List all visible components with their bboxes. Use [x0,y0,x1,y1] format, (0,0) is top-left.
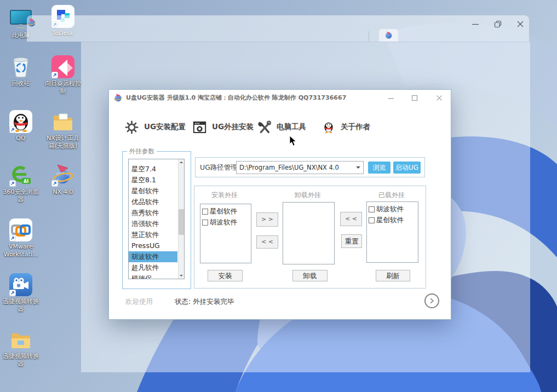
plugin-list-item[interactable]: PressUG [129,240,177,251]
mouse-cursor [289,135,297,147]
desktop-icon-vmware[interactable]: VMware Workstati... [0,218,42,259]
toolbar-ug-config[interactable]: UG安装配置 [124,116,186,138]
refresh-button[interactable]: 刷新 [376,270,410,281]
svg-text:AI: AI [24,179,28,184]
desktop-icon-label: VMware Workstati... [0,243,42,259]
welcome-text: 欢迎使用 [125,297,153,307]
status-value: 外挂安装完毕 [193,297,234,305]
loaded-move-left-button[interactable]: < < [340,212,362,226]
toolbar-about-author[interactable]: 关于作者 [321,116,370,138]
install-panel-title: 安装外挂 [211,191,238,200]
checkbox-icon[interactable] [202,209,208,215]
reset-button[interactable]: 重置 [341,234,362,248]
app-swirl-icon [113,93,123,102]
vmware-icon [9,218,33,242]
desktop-icon-label: QQ [0,135,42,142]
install-list[interactable]: 星创软件胡波软件 [200,204,251,263]
close-icon[interactable] [434,93,444,103]
ug-path-value: D:\Program_Files\UG_NX\NX 4.0 [239,164,339,171]
checkbox-label: 星创软件 [210,207,237,216]
maximize-icon[interactable] [410,93,420,103]
desktop-icon-sunflower-remote[interactable]: 向日葵远程控 制 [42,55,84,96]
desktop-icon-360-browser[interactable]: AI 360安全浏览 器 [0,163,42,204]
scrollbar[interactable] [178,159,184,279]
tools-icon [257,120,272,135]
chevron-down-icon[interactable] [356,166,360,171]
loaded-list[interactable]: 胡波软件星创软件 [366,201,418,263]
checkbox-label: 星创软件 [376,216,404,225]
toolbar-pc-tools[interactable]: 电脑工具 [257,116,306,138]
titlebar[interactable]: U盘UG安装器 升级版1.0 淘宝店铺：自动化办公软件 陈龙制作 QQ73173… [109,90,451,106]
minimize-icon[interactable] [386,93,396,103]
plugin-checkbox-row[interactable]: 胡波软件 [367,204,418,215]
plugin-list-item[interactable]: 星创软件 [129,186,177,197]
plugin-list-item[interactable]: 超凡软件 [129,262,177,273]
plugin-list-item[interactable]: 浩强软件 [129,218,177,229]
background-window-titlebar [27,15,529,42]
shortcut-arrow-icon [51,180,58,187]
plugin-checkbox-row[interactable]: 星创软件 [367,215,418,226]
checkbox-label: 胡波软件 [376,205,404,214]
ug-path-combobox[interactable]: D:\Program_Files\UG_NX\NX 4.0 [236,161,364,174]
plugin-checkbox-row[interactable]: 胡波软件 [200,217,251,228]
toolbar-ug-plugin-install[interactable]: UG外挂安装 [192,116,254,138]
launch-ug-button[interactable]: 启动UG [393,162,421,174]
plugin-list-item[interactable]: 胡波软件 [129,251,177,262]
toolbar-label: UG外挂安装 [212,122,254,132]
install-button[interactable]: 安装 [208,270,243,281]
move-left-button[interactable]: < < [256,235,278,249]
plugin-panels: 安装外挂 卸载外挂 已载外挂 星创软件胡波软件 胡波软件星创软件 > > < <… [194,186,426,289]
checkbox-icon[interactable] [369,217,375,223]
plugin-list-item[interactable]: 星空7.4 [129,164,177,175]
shortcut-arrow-icon [9,235,16,241]
background-window-tab[interactable] [379,29,398,42]
minimize-icon[interactable] [471,20,480,28]
window-title: U盘UG安装器 升级版1.0 淘宝店铺：自动化办公软件 陈龙制作 QQ73173… [126,94,346,102]
scroll-thumb[interactable] [179,209,184,235]
desktop-icon-recycle-bin[interactable]: 回收站 [0,55,42,88]
ug-installer-window: U盘UG安装器 升级版1.0 淘宝店铺：自动化办公软件 陈龙制作 QQ73173… [108,89,451,320]
sunflower-remote-icon [51,55,75,79]
video-converter-icon [9,273,33,297]
checkbox-icon[interactable] [202,220,208,226]
group-label: 外挂参数 [127,147,157,155]
scroll-up-icon[interactable] [180,162,183,163]
plugin-list-item[interactable]: 优品软件 [129,197,177,207]
desktop-icon-qq[interactable]: QQ [0,109,42,142]
desktop-icon-label: NX设计工具 箱(无痕版) [42,135,84,151]
plugin-list-item[interactable]: 燕秀软件 [129,207,177,218]
shortcut-arrow-icon [9,180,16,187]
plugin-list-item[interactable]: 慧正软件 [129,229,177,240]
plugin-list-item[interactable]: 星空8.1 [129,175,177,186]
recycle-bin-icon [9,55,33,79]
toolbar-label: 关于作者 [341,122,370,132]
desktop-icon-video-converter-folder[interactable]: 迅捷视频转换 器 [0,327,42,368]
restore-icon[interactable] [493,20,502,28]
desktop-screen: 此电脑 ToDesk [0,0,557,392]
close-icon[interactable] [516,20,525,28]
move-right-button[interactable]: > > [256,212,278,227]
toolbar-label: UG安装配置 [144,122,186,132]
ug-path-panel: UG路径管理 D:\Program_Files\UG_NX\NX 4.0 浏览 … [195,157,425,177]
desktop-icon-nx-toolbox[interactable]: NX设计工具 箱(无痕版) [42,109,84,151]
toolbar-label: 电脑工具 [277,122,306,132]
desktop-icon-video-converter[interactable]: 迅捷视频转换 器 [0,273,42,314]
desktop-icon-label: 360安全浏览 器 [0,188,42,204]
uninstall-button[interactable]: 卸载 [292,270,328,281]
qq-penguin-icon [321,120,336,134]
checkbox-icon[interactable] [369,206,375,212]
uninstall-list[interactable] [283,202,335,264]
scroll-down-icon[interactable] [180,275,183,276]
chevron-right-circle-icon[interactable] [424,293,439,308]
gear-icon [124,120,139,135]
plugin-checkbox-row[interactable]: 星创软件 [200,206,251,217]
plugin-list-item[interactable]: 模德保 [129,273,177,279]
browse-button[interactable]: 浏览 [368,162,391,174]
desktop-icon-label: 迅捷视频转换 器 [0,353,42,368]
desktop-icon-label: 回收站 [0,80,42,88]
folder-icon [9,327,33,351]
desktop-icon-nx-40[interactable]: NX 4.0 [42,163,84,196]
plugin-list[interactable]: 星空7.4星空8.1星创软件优品软件燕秀软件浩强软件慧正软件PressUG胡波软… [128,159,185,279]
desktop-icon-label: 迅捷视频转换 器 [0,298,42,314]
status-text: 状态: 外挂安装完毕 [175,297,234,307]
